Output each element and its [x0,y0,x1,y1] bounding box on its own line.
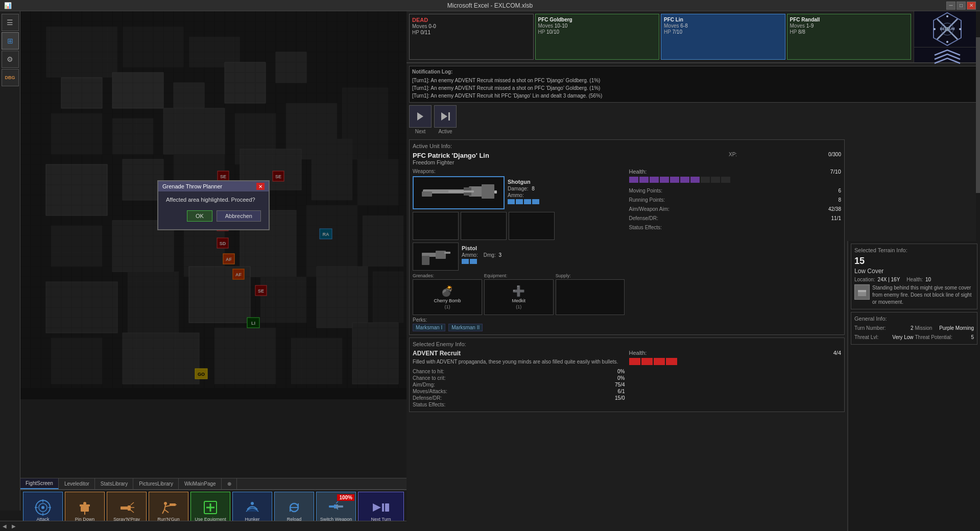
lin-name: PFC Lin [664,17,782,22]
grenades-col: Grenades: 💣 Cherry Bomb (1) [413,273,482,315]
shotgun-name: Shotgun [508,179,539,185]
terrain-health-label: Health: [906,277,923,282]
minimize-button[interactable]: ─ [946,2,955,10]
tab-pictureslibrary[interactable]: PicturesLibrary [134,478,179,489]
enemy-section-title: Selected Enemy Info: [413,341,841,347]
threat-lvl-label: Threat Lvl: [854,334,878,340]
unit-card-dead[interactable]: DEAD Moves 0-0 HP 0/11 [409,14,534,60]
moving-points-value: 6 [838,188,841,194]
svg-rect-189 [448,190,474,192]
play-active-button[interactable]: Active [434,105,457,134]
close-button[interactable]: ✕ [967,2,976,10]
defense-dr-label: Defense/DR: [413,395,442,401]
threat-potential-row: Threat Potential: 5 [915,334,974,340]
dead-unit-moves: Moves 0-0 [412,23,531,29]
sidebar-menu-button[interactable]: ☰ [2,14,19,31]
title-bar-title: Microsoft Excel - EXLCOM.xlsb [447,2,533,9]
svg-rect-192 [436,251,446,259]
shotgun-ammo-row: Ammo: [508,192,539,198]
spray-icon [118,499,135,516]
randall-moves: Moves 1-9 [790,23,909,29]
title-bar: 📊 Microsoft Excel - EXLCOM.xlsb ─ □ ✕ [0,0,980,11]
bottom-tabs: FightScreen Leveleditor StatsLibrary Pic… [20,478,407,489]
sidebar-settings-button[interactable]: ⚙ [2,51,19,68]
terrain-type: Low Cover [854,268,974,275]
svg-marker-168 [373,503,381,512]
play-active-label: Active [438,129,452,134]
dialog-ok-button[interactable]: OK [187,210,212,222]
attack-icon [35,499,51,516]
weapon-slot-3[interactable] [461,212,507,240]
defense-dr-row: Defense/DR: 15/0 [413,395,625,401]
play-active-icon [434,105,457,128]
svg-point-137 [41,506,44,509]
pistol-slot[interactable] [413,243,459,271]
weapon-slot-4[interactable] [509,212,555,240]
stats-column: Health: 7/10 [629,168,842,331]
lin-moves: Moves 6-8 [664,23,782,29]
turn-value: 2 [911,325,914,331]
weapons-label: Weapons: [413,168,625,174]
equipment-col: Equipment: ➕ Medkit (1) [484,273,554,315]
weapon-slot-2[interactable] [413,212,459,240]
perk-2: Marksman II [448,324,483,331]
lin-hp: HP 7/10 [664,29,782,35]
sheet-nav-next[interactable]: ▶ [12,523,16,529]
defense-value: 11/1 [831,215,841,221]
grenade-slot[interactable]: 💣 Cherry Bomb (1) [413,279,482,315]
extra-weapon-slots [413,212,625,240]
tab-plus[interactable]: ⊕ [222,478,237,489]
perks-label: Perks: [413,317,625,323]
equipment-slot[interactable]: ➕ Medkit (1) [484,279,554,315]
svg-line-154 [164,510,169,513]
pistol-row: Pistol Ammo: Dmg: 3 [413,243,625,271]
threat-potential-value: 5 [971,334,974,340]
hp-pip-2 [639,177,649,183]
unit-card-lin[interactable]: PFC Lin Moves 6-8 HP 7/10 [661,14,785,60]
lowcover-icon [857,287,867,297]
maximize-button[interactable]: □ [957,2,966,10]
enemy-status-label: Status Effects: [413,402,445,407]
perk-1: Marksman I [413,324,445,331]
svg-text:BELLUM: BELLUM [940,27,954,31]
enemy-left: ADVENT Recruit Filled with ADVENT propag… [413,350,625,408]
dialog-box: Grenade Throw Planner ✕ Affected area hi… [157,180,270,230]
title-bar-controls: ─ □ ✕ [946,2,976,10]
play-next-button[interactable]: Next [409,105,432,134]
terrain-description: Standing behind this might give some cov… [872,284,974,306]
stats-list: Moving Points: 6 Running Points: 8 Aim/W… [629,187,842,231]
tab-leveleditor[interactable]: Leveleditor [59,478,95,489]
scroll-thumb[interactable] [976,37,980,193]
goldberg-hp: HP 10/10 [538,29,657,35]
equipment-name: Medkit [512,298,525,303]
mission-name: Purple Morning [939,325,974,331]
unit-card-randall[interactable]: PFC Randall Moves 1-9 HP 8/8 [787,14,912,60]
tab-wkimainpage[interactable]: WkiMainPage [179,478,222,489]
hp-pip-10 [721,177,730,183]
dialog-cancel-button[interactable]: Abbrechen [217,210,261,222]
hp-pip-6 [680,177,689,183]
reload-icon [286,499,302,516]
status-effects-row: Status Effects: [629,225,842,230]
defense-row: Defense/DR: 11/1 [629,215,842,221]
supply-slot[interactable] [556,279,625,315]
notif-controls-area: Notification Log: [Turn1]: An enemy ADVE… [407,63,980,137]
chance-to-crit-value: 0% [617,375,625,381]
unit-card-goldberg[interactable]: PFC Goldberg Moves 10-10 HP 10/10 [535,14,660,60]
enemy-hp-4 [666,358,677,365]
dialog-close-button[interactable]: ✕ [256,183,265,190]
enemy-name: ADVENT Recruit [413,350,625,357]
tab-statslibrary[interactable]: StatsLibrary [95,478,133,489]
grenades-label: Grenades: [413,273,482,278]
grenade-count: (1) [444,304,450,309]
tab-fightscreen[interactable]: FightScreen [20,478,59,489]
chance-to-hit-label: Chance to hit: [413,369,444,374]
chance-to-crit-row: Chance to crit: 0% [413,375,625,381]
running-points-row: Running Points: 8 [629,197,842,203]
sheet-nav-prev[interactable]: ◀ [3,523,7,529]
shotgun-slot[interactable] [413,176,505,209]
sidebar-debug-button[interactable]: DBG [2,69,19,86]
chance-to-crit-label: Chance to crit: [413,375,445,381]
rank-box [914,47,980,68]
sidebar-view-button[interactable]: ⊞ [2,32,19,50]
